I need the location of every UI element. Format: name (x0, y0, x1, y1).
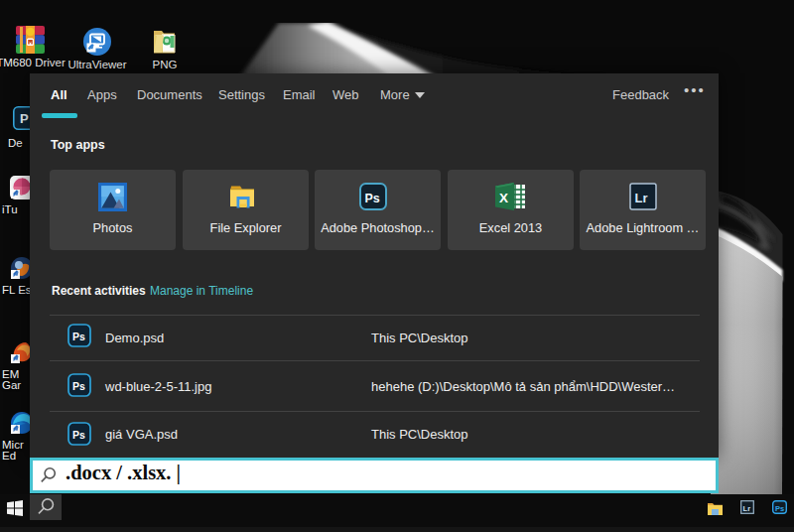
svg-text:Ps: Ps (72, 380, 85, 392)
svg-text:Ps: Ps (72, 429, 85, 441)
svg-text:Lr: Lr (743, 504, 751, 513)
svg-text:X: X (499, 191, 508, 205)
svg-text:Ps: Ps (775, 504, 784, 513)
svg-text:Lr: Lr (635, 191, 648, 205)
svg-text:P: P (20, 111, 29, 126)
svg-text:Ps: Ps (365, 192, 380, 205)
svg-text:Ps: Ps (72, 331, 85, 342)
